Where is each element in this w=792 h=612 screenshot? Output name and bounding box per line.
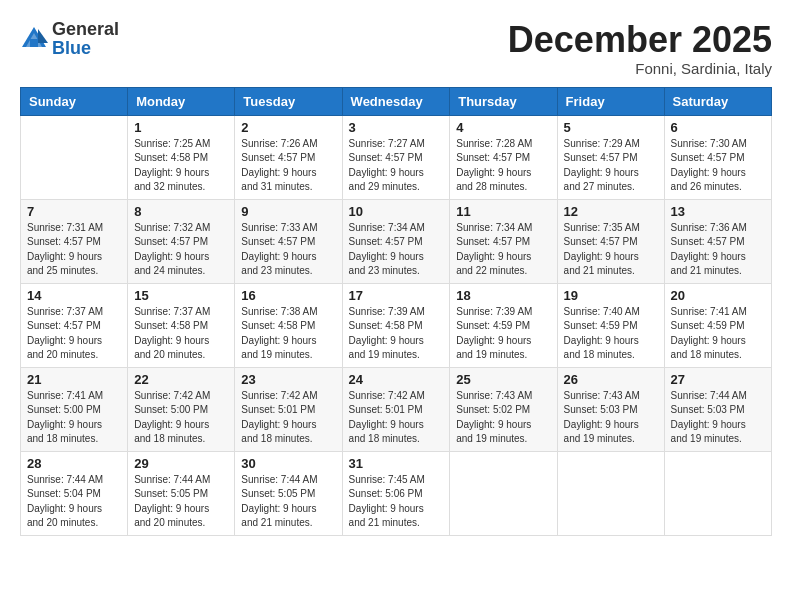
calendar-cell: 22Sunrise: 7:42 AMSunset: 5:00 PMDayligh… bbox=[128, 367, 235, 451]
calendar-cell: 17Sunrise: 7:39 AMSunset: 4:58 PMDayligh… bbox=[342, 283, 450, 367]
calendar-cell: 25Sunrise: 7:43 AMSunset: 5:02 PMDayligh… bbox=[450, 367, 557, 451]
day-header-saturday: Saturday bbox=[664, 87, 771, 115]
location: Fonni, Sardinia, Italy bbox=[508, 60, 772, 77]
day-number: 27 bbox=[671, 372, 765, 387]
day-info: Sunrise: 7:37 AMSunset: 4:58 PMDaylight:… bbox=[134, 305, 228, 363]
day-info: Sunrise: 7:45 AMSunset: 5:06 PMDaylight:… bbox=[349, 473, 444, 531]
day-info: Sunrise: 7:34 AMSunset: 4:57 PMDaylight:… bbox=[456, 221, 550, 279]
day-number: 14 bbox=[27, 288, 121, 303]
day-header-thursday: Thursday bbox=[450, 87, 557, 115]
day-number: 24 bbox=[349, 372, 444, 387]
day-header-monday: Monday bbox=[128, 87, 235, 115]
calendar-cell: 11Sunrise: 7:34 AMSunset: 4:57 PMDayligh… bbox=[450, 199, 557, 283]
day-number: 11 bbox=[456, 204, 550, 219]
title-area: December 2025 Fonni, Sardinia, Italy bbox=[508, 20, 772, 77]
day-info: Sunrise: 7:38 AMSunset: 4:58 PMDaylight:… bbox=[241, 305, 335, 363]
day-header-tuesday: Tuesday bbox=[235, 87, 342, 115]
day-info: Sunrise: 7:42 AMSunset: 5:01 PMDaylight:… bbox=[349, 389, 444, 447]
day-info: Sunrise: 7:43 AMSunset: 5:03 PMDaylight:… bbox=[564, 389, 658, 447]
calendar-cell: 29Sunrise: 7:44 AMSunset: 5:05 PMDayligh… bbox=[128, 451, 235, 535]
day-header-friday: Friday bbox=[557, 87, 664, 115]
day-info: Sunrise: 7:41 AMSunset: 5:00 PMDaylight:… bbox=[27, 389, 121, 447]
calendar-cell: 31Sunrise: 7:45 AMSunset: 5:06 PMDayligh… bbox=[342, 451, 450, 535]
day-number: 15 bbox=[134, 288, 228, 303]
day-number: 12 bbox=[564, 204, 658, 219]
day-header-wednesday: Wednesday bbox=[342, 87, 450, 115]
day-number: 29 bbox=[134, 456, 228, 471]
calendar-cell bbox=[450, 451, 557, 535]
calendar-cell: 9Sunrise: 7:33 AMSunset: 4:57 PMDaylight… bbox=[235, 199, 342, 283]
day-number: 7 bbox=[27, 204, 121, 219]
week-row-1: 1Sunrise: 7:25 AMSunset: 4:58 PMDaylight… bbox=[21, 115, 772, 199]
day-info: Sunrise: 7:39 AMSunset: 4:59 PMDaylight:… bbox=[456, 305, 550, 363]
svg-rect-2 bbox=[30, 39, 38, 47]
day-info: Sunrise: 7:25 AMSunset: 4:58 PMDaylight:… bbox=[134, 137, 228, 195]
day-number: 4 bbox=[456, 120, 550, 135]
day-number: 2 bbox=[241, 120, 335, 135]
day-info: Sunrise: 7:26 AMSunset: 4:57 PMDaylight:… bbox=[241, 137, 335, 195]
day-number: 31 bbox=[349, 456, 444, 471]
day-info: Sunrise: 7:31 AMSunset: 4:57 PMDaylight:… bbox=[27, 221, 121, 279]
logo-general: General bbox=[52, 19, 119, 39]
calendar-cell bbox=[557, 451, 664, 535]
calendar: SundayMondayTuesdayWednesdayThursdayFrid… bbox=[20, 87, 772, 536]
day-number: 21 bbox=[27, 372, 121, 387]
week-row-2: 7Sunrise: 7:31 AMSunset: 4:57 PMDaylight… bbox=[21, 199, 772, 283]
day-number: 3 bbox=[349, 120, 444, 135]
day-info: Sunrise: 7:40 AMSunset: 4:59 PMDaylight:… bbox=[564, 305, 658, 363]
calendar-cell: 26Sunrise: 7:43 AMSunset: 5:03 PMDayligh… bbox=[557, 367, 664, 451]
day-number: 8 bbox=[134, 204, 228, 219]
day-number: 22 bbox=[134, 372, 228, 387]
calendar-cell: 4Sunrise: 7:28 AMSunset: 4:57 PMDaylight… bbox=[450, 115, 557, 199]
logo: General Blue bbox=[20, 20, 119, 58]
day-info: Sunrise: 7:34 AMSunset: 4:57 PMDaylight:… bbox=[349, 221, 444, 279]
day-info: Sunrise: 7:43 AMSunset: 5:02 PMDaylight:… bbox=[456, 389, 550, 447]
day-number: 1 bbox=[134, 120, 228, 135]
day-info: Sunrise: 7:44 AMSunset: 5:05 PMDaylight:… bbox=[241, 473, 335, 531]
month-title: December 2025 bbox=[508, 20, 772, 60]
day-info: Sunrise: 7:29 AMSunset: 4:57 PMDaylight:… bbox=[564, 137, 658, 195]
page-header: General Blue December 2025 Fonni, Sardin… bbox=[20, 20, 772, 77]
day-info: Sunrise: 7:35 AMSunset: 4:57 PMDaylight:… bbox=[564, 221, 658, 279]
calendar-cell: 19Sunrise: 7:40 AMSunset: 4:59 PMDayligh… bbox=[557, 283, 664, 367]
calendar-cell: 14Sunrise: 7:37 AMSunset: 4:57 PMDayligh… bbox=[21, 283, 128, 367]
day-number: 25 bbox=[456, 372, 550, 387]
logo-blue: Blue bbox=[52, 38, 91, 58]
day-number: 9 bbox=[241, 204, 335, 219]
calendar-cell: 12Sunrise: 7:35 AMSunset: 4:57 PMDayligh… bbox=[557, 199, 664, 283]
calendar-cell: 13Sunrise: 7:36 AMSunset: 4:57 PMDayligh… bbox=[664, 199, 771, 283]
logo-text: General Blue bbox=[52, 20, 119, 58]
week-row-4: 21Sunrise: 7:41 AMSunset: 5:00 PMDayligh… bbox=[21, 367, 772, 451]
day-info: Sunrise: 7:30 AMSunset: 4:57 PMDaylight:… bbox=[671, 137, 765, 195]
calendar-cell: 20Sunrise: 7:41 AMSunset: 4:59 PMDayligh… bbox=[664, 283, 771, 367]
day-number: 30 bbox=[241, 456, 335, 471]
calendar-cell: 27Sunrise: 7:44 AMSunset: 5:03 PMDayligh… bbox=[664, 367, 771, 451]
day-number: 19 bbox=[564, 288, 658, 303]
day-info: Sunrise: 7:28 AMSunset: 4:57 PMDaylight:… bbox=[456, 137, 550, 195]
day-info: Sunrise: 7:39 AMSunset: 4:58 PMDaylight:… bbox=[349, 305, 444, 363]
calendar-cell: 1Sunrise: 7:25 AMSunset: 4:58 PMDaylight… bbox=[128, 115, 235, 199]
day-number: 18 bbox=[456, 288, 550, 303]
calendar-cell: 2Sunrise: 7:26 AMSunset: 4:57 PMDaylight… bbox=[235, 115, 342, 199]
day-header-sunday: Sunday bbox=[21, 87, 128, 115]
logo-icon bbox=[20, 25, 48, 53]
week-row-3: 14Sunrise: 7:37 AMSunset: 4:57 PMDayligh… bbox=[21, 283, 772, 367]
day-info: Sunrise: 7:33 AMSunset: 4:57 PMDaylight:… bbox=[241, 221, 335, 279]
day-info: Sunrise: 7:32 AMSunset: 4:57 PMDaylight:… bbox=[134, 221, 228, 279]
day-info: Sunrise: 7:27 AMSunset: 4:57 PMDaylight:… bbox=[349, 137, 444, 195]
day-number: 10 bbox=[349, 204, 444, 219]
day-info: Sunrise: 7:37 AMSunset: 4:57 PMDaylight:… bbox=[27, 305, 121, 363]
calendar-cell: 3Sunrise: 7:27 AMSunset: 4:57 PMDaylight… bbox=[342, 115, 450, 199]
calendar-cell: 16Sunrise: 7:38 AMSunset: 4:58 PMDayligh… bbox=[235, 283, 342, 367]
svg-marker-3 bbox=[38, 29, 48, 43]
day-number: 6 bbox=[671, 120, 765, 135]
calendar-cell: 21Sunrise: 7:41 AMSunset: 5:00 PMDayligh… bbox=[21, 367, 128, 451]
week-row-5: 28Sunrise: 7:44 AMSunset: 5:04 PMDayligh… bbox=[21, 451, 772, 535]
day-info: Sunrise: 7:36 AMSunset: 4:57 PMDaylight:… bbox=[671, 221, 765, 279]
calendar-cell: 8Sunrise: 7:32 AMSunset: 4:57 PMDaylight… bbox=[128, 199, 235, 283]
day-info: Sunrise: 7:44 AMSunset: 5:03 PMDaylight:… bbox=[671, 389, 765, 447]
day-info: Sunrise: 7:41 AMSunset: 4:59 PMDaylight:… bbox=[671, 305, 765, 363]
calendar-cell: 10Sunrise: 7:34 AMSunset: 4:57 PMDayligh… bbox=[342, 199, 450, 283]
calendar-cell: 18Sunrise: 7:39 AMSunset: 4:59 PMDayligh… bbox=[450, 283, 557, 367]
calendar-cell: 15Sunrise: 7:37 AMSunset: 4:58 PMDayligh… bbox=[128, 283, 235, 367]
